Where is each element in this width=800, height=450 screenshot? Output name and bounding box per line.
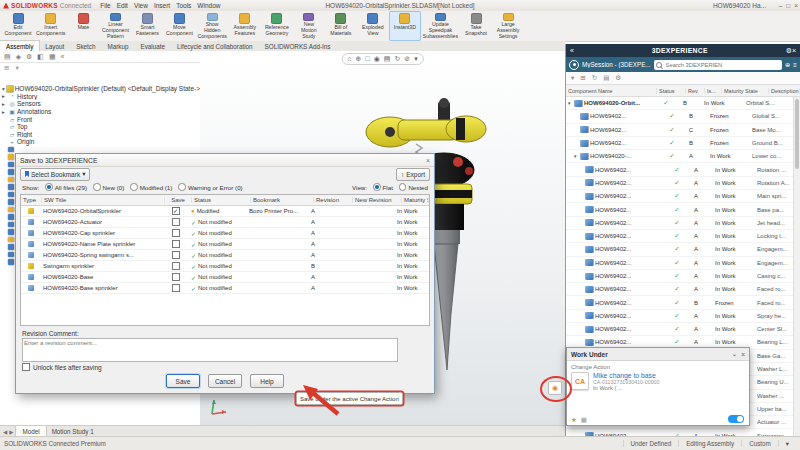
save-table-row[interactable]: HOW694020-Cap sprinkler Not modified A I… [21,228,429,239]
component-row[interactable]: HOW69402... B Frozen Global S... [566,110,800,123]
menu-item[interactable]: Insert [151,2,173,9]
view-tool-icon[interactable]: ⌂ [347,55,351,63]
dialog-title-bar[interactable]: Save to 3DEXPERIENCE × [16,154,434,167]
component-row[interactable]: HOW69402... A In Work Main spri... [566,190,800,203]
view-tool-icon[interactable]: ↻ [394,55,400,63]
ribbon-button[interactable]: Update Speedpak Subassemblies [421,11,460,41]
favorite-icon[interactable]: ★ [571,416,577,424]
view-tool-icon[interactable]: □ [365,55,369,63]
table-column-header[interactable]: Description [769,88,800,94]
panel-tab-icon[interactable]: « [61,53,65,60]
status-item[interactable]: Editing Assembly [678,440,741,447]
component-row[interactable]: HOW69402... A In Work Engagem... [566,257,800,270]
menu-item[interactable]: View [131,2,151,9]
view-radio[interactable]: Flat [373,183,393,191]
session-icon[interactable]: ≡ [793,61,797,68]
select-bookmark-button[interactable]: Select Bookmark ▾ [20,168,90,181]
save-button[interactable]: Save [166,374,200,388]
component-row[interactable]: HOW69402... B Frozen Faced ro... [566,296,800,309]
panel-tab-icon[interactable]: ⚙ [26,53,32,61]
component-row[interactable]: HOW69402... B Frozen Ground B... [566,137,800,150]
save-table-row[interactable]: HOW694020-Spring swingarm s... Not modif… [21,250,429,261]
ribbon-button[interactable]: Instant3D [389,11,421,41]
ribbon-button[interactable]: Smart Fasteners [131,11,163,41]
table-column-header[interactable]: Rev [686,88,705,94]
scrollbar[interactable] [793,97,800,437]
save-table-row[interactable]: HOW694020-Actuator Not modified A In Wor… [21,217,429,228]
ribbon-button[interactable]: Take Snapshot [460,11,492,41]
command-tab[interactable]: Assembly [0,41,39,51]
session-icon[interactable]: ⊕ [785,61,790,68]
tree-toolbar-icon[interactable]: ⊞ [4,64,9,72]
panel-tab-icon[interactable]: ▦ [49,53,56,61]
component-row[interactable]: ▾ HOW694020-... A In Work Lower co... [566,150,800,163]
save-column-header[interactable]: SW Title [42,197,165,203]
component-row[interactable]: HOW69402... A In Work Locking l... [566,230,800,243]
ribbon-button[interactable]: Reference Geometry [261,11,293,41]
status-item[interactable]: Under Defined [623,440,679,447]
ribbon-button[interactable]: Show Hidden Components [195,11,228,41]
view-tool-icon[interactable]: ⊕ [356,55,362,63]
component-row[interactable]: HOW69402... A In Work Faced ro... [566,283,800,296]
ribbon-button[interactable]: Move Component [163,11,195,41]
close-icon[interactable]: × [741,351,745,358]
ribbon-button[interactable]: New Motion Study [293,11,325,41]
component-row[interactable]: HOW69402... A In Work Engagem... [566,243,800,256]
component-row[interactable]: HOW69402... A In Work Base pa... [566,203,800,216]
save-checkbox[interactable] [172,229,180,237]
component-row[interactable]: HOW69402... A In Work Rotation A... [566,177,800,190]
save-column-header[interactable]: Save [165,197,192,203]
save-checkbox[interactable] [172,273,180,281]
menu-item[interactable]: Window [194,2,223,9]
command-tab[interactable]: Markup [101,41,134,51]
expander-icon[interactable]: ▾ [574,153,579,159]
save-checkbox[interactable] [172,262,180,270]
scrollbar-thumb[interactable] [795,99,799,169]
panel-tab-icon[interactable]: ◈ [16,53,21,61]
view-tool-icon[interactable]: ⊘ [404,55,410,63]
save-table-row[interactable]: HOW694020-Name Plate sprinkler Not modif… [21,239,429,250]
ribbon-button[interactable]: Mate [67,11,99,41]
copy-icon[interactable]: ▦ [581,416,587,424]
save-column-header[interactable]: New Revision [353,197,402,203]
feature-tree-item[interactable]: + Origin [0,138,200,146]
command-tab[interactable]: Sketch [70,41,101,51]
save-checkbox[interactable] [172,218,180,226]
table-column-header[interactable]: Status [657,88,686,94]
work-under-toggle[interactable] [728,415,744,423]
panel-tab-icon[interactable]: ▤ [4,53,11,61]
view-radio[interactable]: Nested [399,183,428,191]
unlock-checkbox[interactable] [22,363,30,371]
revision-comment-input[interactable] [22,338,398,362]
feature-tree-root[interactable]: ▾ HOW694020-OrbitalSprinkler (Default) <… [0,85,200,93]
save-checkbox[interactable] [172,251,180,259]
tab-nav-icon[interactable]: ▶ [9,429,13,435]
filter-radio[interactable]: Warning or Error (0) [178,183,242,191]
save-table-row[interactable]: Swingarm sprinkler Not modified B In Wor… [21,261,429,272]
save-column-header[interactable]: Maturity State [402,197,429,203]
component-row[interactable]: HOW69402... A In Work Spray he... [566,310,800,323]
save-checkbox[interactable] [172,240,180,248]
session-toolbar-icon[interactable]: ▾ [571,74,574,82]
window-control-button[interactable]: – [779,2,783,9]
export-button[interactable]: ↑ Export [396,168,430,181]
save-table-row[interactable]: HOW694020-OrbitalSprinkler Modified Bozo… [21,206,429,217]
feature-tree-item[interactable]: ▱ Top [0,123,200,131]
compass-icon[interactable] [569,60,579,70]
feature-tree-item[interactable]: ▸ ◎ Sensors [0,100,200,108]
menu-item[interactable]: Tools [173,2,194,9]
tab-nav-icon[interactable]: ◀ [3,429,7,435]
filter-radio[interactable]: Modified (1) [130,183,172,191]
component-row[interactable]: HOW69402... A In Work Center Sl... [566,323,800,336]
status-dropdown-caret[interactable]: ▾ [778,440,796,447]
save-column-header[interactable]: Type [21,197,42,203]
feature-tree-item[interactable]: ▱ Right [0,131,200,139]
view-tool-icon[interactable]: ▤ [384,55,391,63]
save-column-header[interactable]: Bookmark [251,197,314,203]
save-column-header[interactable]: Revision [314,197,353,203]
unlock-files-option[interactable]: Unlock files after saving [22,363,102,371]
command-tab[interactable]: Evaluate [134,41,171,51]
session-toolbar-icon[interactable]: ⊞ [580,74,585,82]
feature-tree-item[interactable]: ▸ ◔ History [0,93,200,101]
save-table-row[interactable]: HOW694020-Base sprinkler Not modified A … [21,283,429,294]
